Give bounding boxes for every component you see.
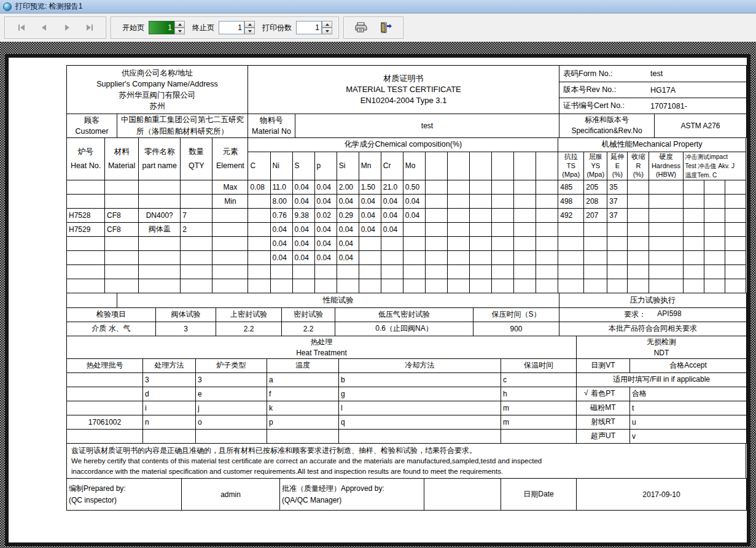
copies-input[interactable]: 1 xyxy=(296,21,322,34)
chem-value-cell xyxy=(514,194,536,208)
chem-value-cell: 11.0 xyxy=(270,180,292,194)
ndt-vt-header: 目测VT xyxy=(577,358,630,372)
start-page-down-button[interactable] xyxy=(174,28,185,34)
next-page-button[interactable] xyxy=(57,20,77,36)
impact-value-cell xyxy=(725,208,746,222)
mech-value-cell: 208 xyxy=(584,194,607,208)
element-symbol-cell xyxy=(447,152,469,180)
print-button[interactable] xyxy=(350,19,372,36)
chem-value-cell xyxy=(514,208,536,222)
cert-no-label: 证书编号Cert No.: xyxy=(563,101,650,111)
chem-value-cell: 0.76 xyxy=(270,208,292,222)
chem-value-cell xyxy=(403,279,425,293)
ht-furnace-cell: e xyxy=(196,387,267,401)
start-page-input[interactable]: 1 xyxy=(149,21,174,34)
chem-value-cell xyxy=(403,250,425,264)
chem-value-cell xyxy=(491,279,513,293)
qty-cell xyxy=(181,250,212,264)
chem-value-cell xyxy=(514,222,536,236)
first-page-button[interactable] xyxy=(11,20,31,36)
mech-value-cell xyxy=(628,279,649,293)
ht-holding-cell: c xyxy=(501,372,577,387)
signature-row: 编制Prepared by: (QC inspector) admin 批准（质… xyxy=(67,479,747,511)
mech-value-cell xyxy=(628,236,649,250)
chem-value-cell: 0.02 xyxy=(314,208,337,222)
impact-value-cell xyxy=(683,222,704,236)
part-name-header: 零件名称part name xyxy=(139,137,181,180)
ht-temperature-cell: a xyxy=(267,372,339,387)
limit-label-cell xyxy=(212,222,248,236)
element-symbol-cell xyxy=(514,152,536,180)
chem-value-cell xyxy=(469,208,491,222)
ndt-method-cell: 磁粉MT xyxy=(577,401,630,415)
chem-value-cell xyxy=(381,236,403,250)
chem-value-cell xyxy=(447,208,469,222)
exit-button[interactable] xyxy=(375,19,397,36)
impact-value-cell xyxy=(704,236,725,250)
mech-value-cell xyxy=(584,250,607,264)
mech-header-line: 收缩 xyxy=(629,152,647,161)
impact-value-cell xyxy=(725,250,746,264)
part-name-cell xyxy=(139,180,181,194)
mech-value-cell xyxy=(558,279,584,293)
ht-band-row: 热处理 Heat Treatment 无损检测 NDT xyxy=(67,336,747,358)
print-preview-area: 供应商公司名称/地址 Supplier's Company Name/Addre… xyxy=(0,42,756,548)
chem-value-cell xyxy=(403,264,425,279)
start-page-up-button[interactable] xyxy=(174,21,185,28)
end-page-up-button[interactable] xyxy=(244,21,255,28)
mech-value-cell: 205 xyxy=(584,180,607,194)
chem-value-cell: 0.04 xyxy=(381,208,403,222)
end-page-input[interactable]: 1 xyxy=(219,21,244,34)
rev-no-value: HG17A xyxy=(650,86,676,95)
ht-header-row: 热处理批号 处理方法 炉子类型 温度 冷却方法 保温时间 目测VT 合格Acce… xyxy=(67,358,747,372)
mech-value-cell xyxy=(558,250,584,264)
chem-value-cell: 0.04 xyxy=(337,236,359,250)
end-page-down-button[interactable] xyxy=(244,28,255,34)
mech-value-cell: 492 xyxy=(558,208,584,222)
spec-label-zh: 标准和版本号 xyxy=(561,115,652,125)
chem-value-cell xyxy=(491,264,513,279)
chem-value-cell xyxy=(425,194,447,208)
last-page-button[interactable] xyxy=(79,20,99,36)
chem-value-cell xyxy=(381,279,403,293)
ht-batch-cell xyxy=(67,429,143,443)
chem-value-cell xyxy=(337,279,359,293)
mech-header-line: 延伸 xyxy=(609,152,625,161)
part-name-cell: 阀体盖 xyxy=(139,222,181,236)
mech-header-line: (%) xyxy=(629,170,647,179)
ht-cooling-cell xyxy=(339,429,501,443)
rev-no-row: 版本号Rev No.: HG17A xyxy=(559,82,746,98)
mech-value-cell xyxy=(558,236,584,250)
chem-value-cell xyxy=(270,279,292,293)
limit-label-cell: Min xyxy=(212,194,248,208)
qty-header: 数量QTY xyxy=(181,137,212,180)
mech-value-cell xyxy=(649,279,683,293)
ht-holding-cell: m xyxy=(501,415,577,429)
chem-value-cell: 0.04 xyxy=(359,194,381,208)
heat-data-row: Max0.0811.00.040.042.001.5021.00.5048520… xyxy=(67,180,746,194)
seal-test-header: 密封试验 xyxy=(282,307,335,322)
ndt-method-cell: 射线RT xyxy=(577,415,630,429)
qty-cell xyxy=(181,279,212,293)
mech-value-cell xyxy=(649,236,683,250)
prev-page-button[interactable] xyxy=(34,20,54,36)
chem-value-cell: 0.04 xyxy=(359,208,381,222)
ht-furnace-cell: 3 xyxy=(196,372,267,387)
chem-value-cell xyxy=(514,250,536,264)
performance-header-row: 检验项目 阀体试验 上密封试验 密封试验 低压气密封试验 保压时间（S） 要求：… xyxy=(67,307,747,322)
certificate-standard: EN10204-2004 Type 3.1 xyxy=(250,95,557,106)
mech-header-line: 抗拉 xyxy=(560,152,582,161)
ht-data-row: 超声UTv xyxy=(67,429,747,443)
chem-value-cell xyxy=(491,222,513,236)
certification-statement: 兹证明该材质证明书的内容是正确且准确的，且所有材料已按标准和顾客要求进行制造、抽… xyxy=(66,443,746,479)
copies-down-button[interactable] xyxy=(322,28,332,34)
mech-property-band: 机械性能Mechanical Property xyxy=(558,137,746,152)
heat-no-cell: H7529 xyxy=(67,222,105,236)
mech-header-cell: 收缩R(%) xyxy=(628,152,649,180)
chem-value-cell xyxy=(248,222,270,236)
copies-up-button[interactable] xyxy=(322,21,332,28)
customer-value: 中国船舶重工集团公司第七二五研究所（洛阳船舶材料研究所） xyxy=(117,114,248,138)
heat-data-row: H7528CF8DN400?70.769.380.020.290.040.040… xyxy=(67,208,746,222)
ndt-result-cell: 合格 xyxy=(630,387,747,401)
performance-band-row: 性能试验 压力试验执行 xyxy=(67,293,747,307)
